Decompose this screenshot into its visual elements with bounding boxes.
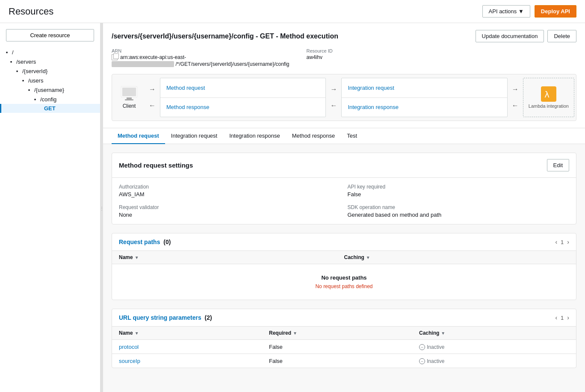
- integration-request-flow-item[interactable]: Integration request: [342, 78, 507, 98]
- tab-method-request[interactable]: Method request: [112, 128, 165, 144]
- flow-client: Client: [112, 74, 146, 121]
- integration-response-flow-item[interactable]: Integration response: [342, 98, 507, 117]
- query-params-table-header: Name ▼ Required ▼ Caching ▼: [112, 327, 576, 340]
- pagination-next-btn[interactable]: ›: [567, 314, 569, 321]
- content-header: /servers/{serverId}/users/{username}/con…: [103, 23, 585, 128]
- arrow-right-3: →: [512, 85, 519, 93]
- sidebar-item-serverid[interactable]: ▪ /{serverId}: [0, 66, 100, 76]
- sdk-operation-value: Generated based on method and path: [348, 212, 570, 218]
- sidebar-item-users[interactable]: ▪ /users: [0, 76, 100, 85]
- collapse-icon: ▪: [3, 49, 10, 56]
- row-name-sourceip: sourceIp: [119, 358, 269, 364]
- authorization-value: AWS_IAM: [119, 191, 341, 197]
- url-query-params-section: URL query string parameters (2) ‹ 1 › Na…: [112, 309, 576, 368]
- content-header-actions: Update documentation Delete: [476, 30, 576, 42]
- tab-integration-response[interactable]: Integration response: [223, 128, 286, 144]
- tabs-bar: Method request Integration request Integ…: [103, 128, 585, 144]
- inactive-badge: – Inactive: [419, 344, 444, 350]
- main-content: Method request settings Edit Authorizati…: [103, 144, 585, 385]
- sourceip-link[interactable]: sourceIp: [119, 358, 140, 364]
- sort-caching-icon: ▼: [441, 331, 445, 336]
- api-key-value: False: [348, 191, 570, 197]
- tab-integration-request[interactable]: Integration request: [165, 128, 223, 144]
- client-icon: [121, 86, 138, 101]
- chevron-down-icon: ▼: [518, 8, 524, 15]
- caching-column-header: Caching ▼: [344, 254, 570, 260]
- flow-lambda-box[interactable]: λ Lambda integration: [523, 78, 574, 117]
- api-key-label: API key required: [348, 184, 570, 190]
- arn-prefix-text: arn:aws:execute-api:us-east-: [120, 54, 186, 60]
- url-query-params-header: URL query string parameters (2) ‹ 1 ›: [112, 309, 576, 327]
- api-key-field: API key required False: [348, 184, 570, 197]
- sort-required-icon: ▼: [293, 331, 297, 336]
- tree-label-root: /: [12, 49, 14, 56]
- page-header: Resources API actions ▼ Deploy API: [0, 0, 585, 23]
- empty-sub: No request paths defined: [315, 283, 372, 289]
- method-response-flow-item[interactable]: Method response: [160, 98, 325, 117]
- arn-block: ARN arn:aws:execute-api:us-east- 1:XXXXX…: [112, 48, 290, 67]
- tree-label-config: /config: [40, 96, 56, 103]
- arn-suffix: /*/GET/servers/{serverId}/users/{usernam…: [175, 61, 289, 67]
- tree-label-username: /{username}: [34, 87, 64, 93]
- authorization-field: Authorization AWS_IAM: [119, 184, 341, 197]
- arn-section: ARN arn:aws:execute-api:us-east- 1:XXXXX…: [112, 48, 576, 67]
- api-actions-button[interactable]: API actions ▼: [482, 5, 530, 18]
- table-row: protocol False – Inactive: [112, 340, 576, 354]
- sidebar-item-username[interactable]: ▪ /{username}: [0, 85, 100, 94]
- resource-id-label: Resource ID: [307, 48, 333, 53]
- resource-path-title: /servers/{serverId}/users/{username}/con…: [112, 32, 338, 40]
- pagination-next-button[interactable]: ›: [567, 239, 569, 245]
- sdk-operation-field: SDK operation name Generated based on me…: [348, 204, 570, 218]
- sidebar-item-servers[interactable]: ▪ /servers: [0, 57, 100, 66]
- flow-diagram: Client → ← Method request Method respons…: [112, 74, 576, 121]
- flow-arrows-2: → ←: [328, 74, 340, 121]
- integration-response-link[interactable]: Integration response: [348, 104, 399, 110]
- collapse-icon: ▪: [26, 86, 32, 93]
- tree-label-get: GET: [44, 105, 56, 112]
- row-caching-sourceip: – Inactive: [419, 357, 569, 364]
- arrow-left-3: ←: [512, 102, 519, 109]
- copy-icon[interactable]: [112, 54, 118, 60]
- authorization-label: Authorization: [119, 184, 341, 190]
- settings-header: Method request settings Edit: [112, 153, 576, 178]
- pagination-prev-btn[interactable]: ‹: [555, 314, 557, 321]
- request-validator-field: Request validator None: [119, 204, 341, 218]
- create-resource-button[interactable]: Create resource: [6, 29, 94, 41]
- main-layout: Create resource ▪ / ▪ /servers ▪ /{serve…: [0, 23, 585, 392]
- inactive-icon: –: [419, 344, 425, 350]
- method-request-link[interactable]: Method request: [166, 85, 205, 91]
- svg-rect-2: [122, 88, 136, 96]
- header-actions: API actions ▼ Deploy API: [482, 5, 576, 18]
- row-required-sourceip: False: [269, 358, 419, 364]
- sidebar-item-get[interactable]: GET: [0, 104, 100, 113]
- settings-edit-button[interactable]: Edit: [547, 159, 569, 171]
- settings-grid: Authorization AWS_IAM API key required F…: [112, 178, 576, 224]
- request-paths-empty: No request paths No request paths define…: [112, 264, 576, 300]
- deploy-api-button[interactable]: Deploy API: [535, 5, 576, 18]
- sidebar-item-root[interactable]: ▪ /: [0, 47, 100, 57]
- sidebar-item-config[interactable]: ▪ /config: [0, 94, 100, 104]
- update-documentation-button[interactable]: Update documentation: [476, 30, 544, 42]
- page-title: Resources: [9, 6, 53, 17]
- collapse-icon: ▪: [14, 68, 21, 74]
- lambda-label: Lambda integration: [529, 103, 569, 109]
- integration-request-link[interactable]: Integration request: [348, 85, 394, 91]
- tree-label-users: /users: [28, 77, 43, 84]
- main-content-area: /servers/{serverId}/users/{username}/con…: [103, 23, 585, 392]
- method-request-flow-item[interactable]: Method request: [160, 78, 325, 98]
- tree-label-serverid: /{serverId}: [22, 68, 47, 74]
- flow-arrows-1: → ←: [146, 74, 158, 121]
- row-required-protocol: False: [269, 344, 419, 350]
- delete-button[interactable]: Delete: [547, 30, 576, 42]
- flow-integration-box: Integration request Integration response: [341, 78, 507, 117]
- protocol-link[interactable]: protocol: [119, 344, 139, 350]
- svg-text:λ: λ: [544, 89, 550, 100]
- sort-icon-caching: ▼: [366, 255, 370, 260]
- table-row: sourceIp False – Inactive: [112, 354, 576, 368]
- pagination-prev-button[interactable]: ‹: [555, 239, 557, 245]
- tab-test[interactable]: Test: [341, 128, 363, 144]
- arrow-right-2: →: [330, 85, 337, 93]
- tab-method-response[interactable]: Method response: [286, 128, 341, 144]
- method-response-link[interactable]: Method response: [166, 104, 209, 110]
- arrow-left-2: ←: [330, 102, 337, 109]
